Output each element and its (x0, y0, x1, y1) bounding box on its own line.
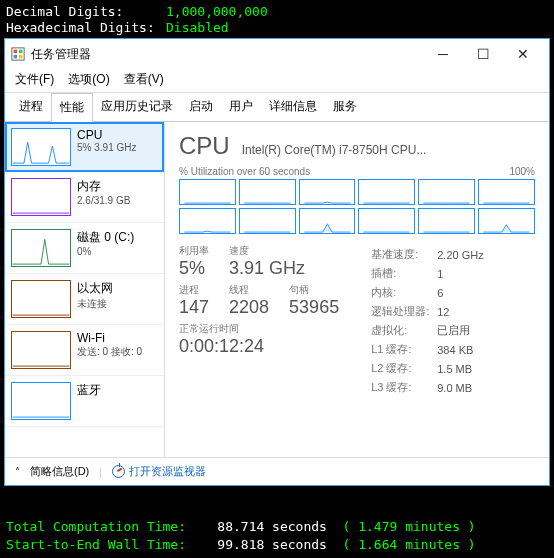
decimal-digits-label: Decimal Digits: (6, 4, 166, 20)
hex-digits-value: Disabled (166, 20, 229, 35)
menu-options[interactable]: 选项(O) (68, 71, 109, 88)
tab-services[interactable]: 服务 (325, 93, 365, 121)
uptime-value: 0:00:12:24 (179, 336, 339, 357)
hex-digits-label: Hexadecimal Digits: (6, 20, 166, 36)
core-chart-11[interactable] (478, 208, 535, 234)
sidebar-item-磁盘 0 (c:)[interactable]: 磁盘 0 (C:)0% (5, 223, 164, 274)
tab-details[interactable]: 详细信息 (261, 93, 325, 121)
tab-startup[interactable]: 启动 (181, 93, 221, 121)
core-chart-2[interactable] (299, 179, 356, 205)
cpu-model: Intel(R) Core(TM) i7-8750H CPU... (242, 143, 535, 157)
core-chart-3[interactable] (358, 179, 415, 205)
main-title: CPU (179, 132, 230, 160)
core-chart-9[interactable] (358, 208, 415, 234)
stats-left: 利用率5%速度3.91 GHz 进程147线程2208句柄53965 正常运行时… (179, 244, 339, 398)
tab-app-history[interactable]: 应用历史记录 (93, 93, 181, 121)
task-manager-window: 任务管理器 ─ ☐ ✕ 文件(F) 选项(O) 查看(V) 进程 性能 应用历史… (4, 38, 550, 486)
stat-线程: 线程2208 (229, 283, 269, 318)
tabs: 进程 性能 应用历史记录 启动 用户 详细信息 服务 (5, 93, 549, 122)
svg-rect-1 (14, 50, 18, 54)
sidebar-item-以太网[interactable]: 以太网未连接 (5, 274, 164, 325)
tab-processes[interactable]: 进程 (11, 93, 51, 121)
spec-row: 虚拟化:已启用 (371, 322, 490, 339)
stat-进程: 进程147 (179, 283, 209, 318)
spec-row: 基准速度:2.20 GHz (371, 246, 490, 263)
spec-row: 逻辑处理器:12 (371, 303, 490, 320)
minimize-button[interactable]: ─ (423, 40, 463, 68)
open-resmon-link[interactable]: 打开资源监视器 (112, 464, 206, 479)
main-panel: CPU Intel(R) Core(TM) i7-8750H CPU... % … (165, 122, 549, 457)
svg-rect-3 (14, 55, 18, 59)
stat-利用率: 利用率5% (179, 244, 209, 279)
util-label: % Utilization over 60 seconds (179, 166, 310, 177)
sidebar-item-蓝牙[interactable]: 蓝牙 (5, 376, 164, 427)
spec-row: L2 缓存:1.5 MB (371, 360, 490, 377)
core-chart-5[interactable] (478, 179, 535, 205)
window-title: 任务管理器 (31, 46, 423, 63)
titlebar[interactable]: 任务管理器 ─ ☐ ✕ (5, 39, 549, 69)
console-top: Decimal Digits:1,000,000,000 Hexadecimal… (0, 0, 554, 40)
spec-row: 内核:6 (371, 284, 490, 301)
sidebar[interactable]: CPU5% 3.91 GHz 内存2.6/31.9 GB 磁盘 0 (C:)0%… (5, 122, 165, 457)
svg-rect-2 (19, 50, 23, 54)
core-chart-10[interactable] (418, 208, 475, 234)
brief-info-link[interactable]: 简略信息(D) (30, 464, 89, 479)
console-bottom: Total Computation Time: 88.714 seconds (… (0, 514, 554, 558)
util-max: 100% (509, 166, 535, 177)
wall-time-row: Start-to-End Wall Time: 99.818 seconds (… (6, 536, 548, 554)
spec-row: L3 缓存:9.0 MB (371, 379, 490, 396)
menubar: 文件(F) 选项(O) 查看(V) (5, 69, 549, 93)
stats-right: 基准速度:2.20 GHz插槽:1内核:6逻辑处理器:12虚拟化:已启用L1 缓… (369, 244, 492, 398)
sidebar-item-cpu[interactable]: CPU5% 3.91 GHz (5, 122, 164, 172)
core-chart-1[interactable] (239, 179, 296, 205)
spec-row: L1 缓存:384 KB (371, 341, 490, 358)
task-manager-icon (11, 47, 25, 61)
tab-users[interactable]: 用户 (221, 93, 261, 121)
core-chart-0[interactable] (179, 179, 236, 205)
maximize-button[interactable]: ☐ (463, 40, 503, 68)
svg-rect-4 (19, 55, 23, 59)
sidebar-item-wi-fi[interactable]: Wi-Fi发送: 0 接收: 0 (5, 325, 164, 376)
decimal-digits-value: 1,000,000,000 (166, 4, 268, 19)
comp-time-row: Total Computation Time: 88.714 seconds (… (6, 518, 548, 536)
core-chart-7[interactable] (239, 208, 296, 234)
cores-grid[interactable] (179, 179, 535, 234)
stat-句柄: 句柄53965 (289, 283, 339, 318)
menu-file[interactable]: 文件(F) (15, 71, 54, 88)
chevron-up-icon[interactable]: ˄ (15, 466, 20, 477)
menu-view[interactable]: 查看(V) (124, 71, 164, 88)
spec-row: 插槽:1 (371, 265, 490, 282)
sidebar-item-内存[interactable]: 内存2.6/31.9 GB (5, 172, 164, 223)
core-chart-8[interactable] (299, 208, 356, 234)
core-chart-4[interactable] (418, 179, 475, 205)
close-button[interactable]: ✕ (503, 40, 543, 68)
stat-速度: 速度3.91 GHz (229, 244, 305, 279)
tab-performance[interactable]: 性能 (51, 93, 93, 122)
core-chart-6[interactable] (179, 208, 236, 234)
uptime-label: 正常运行时间 (179, 322, 339, 336)
resmon-icon (112, 465, 125, 478)
footer: ˄ 简略信息(D) | 打开资源监视器 (5, 457, 549, 485)
